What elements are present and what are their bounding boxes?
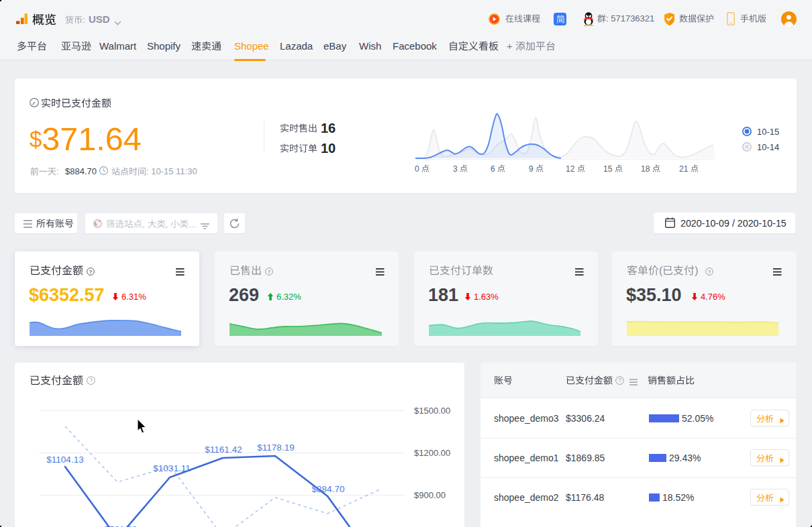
svg-text:?: ? xyxy=(89,377,93,384)
svg-text:?: ? xyxy=(268,269,271,275)
svg-text:?: ? xyxy=(89,269,93,275)
svg-text:?: ? xyxy=(618,377,621,384)
svg-text:?: ? xyxy=(708,269,711,275)
